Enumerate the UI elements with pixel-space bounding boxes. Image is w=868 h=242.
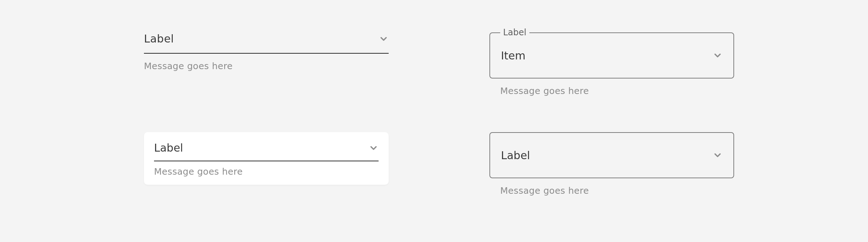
helper-text: Message goes here — [144, 61, 389, 71]
dropdown-card-surface: Label Message goes here — [144, 132, 389, 185]
floating-label: Label — [500, 27, 529, 37]
chevron-down-icon — [713, 50, 723, 60]
dropdown-control[interactable]: Label — [144, 32, 389, 54]
dropdown-label: Label — [144, 32, 174, 45]
dropdown-control[interactable]: Label Item — [489, 32, 734, 79]
dropdown-label: Label — [154, 142, 183, 154]
chevron-down-icon — [369, 143, 379, 153]
dropdown-control[interactable]: Label — [154, 142, 379, 161]
chevron-down-icon — [379, 34, 389, 44]
dropdown-card: Label Message goes here — [144, 132, 389, 185]
dropdown-underline: Label Message goes here — [144, 32, 389, 71]
helper-text: Message goes here — [500, 86, 734, 96]
chevron-down-icon — [713, 150, 723, 160]
dropdown-label: Label — [501, 149, 530, 162]
dropdown-outlined: Label Message goes here — [489, 132, 734, 196]
helper-text: Message goes here — [500, 185, 734, 196]
dropdown-control[interactable]: Label — [489, 132, 734, 178]
dropdown-outlined-floating: Label Item Message goes here — [489, 32, 734, 96]
helper-text: Message goes here — [154, 166, 379, 177]
dropdown-selected-value: Item — [501, 49, 525, 62]
